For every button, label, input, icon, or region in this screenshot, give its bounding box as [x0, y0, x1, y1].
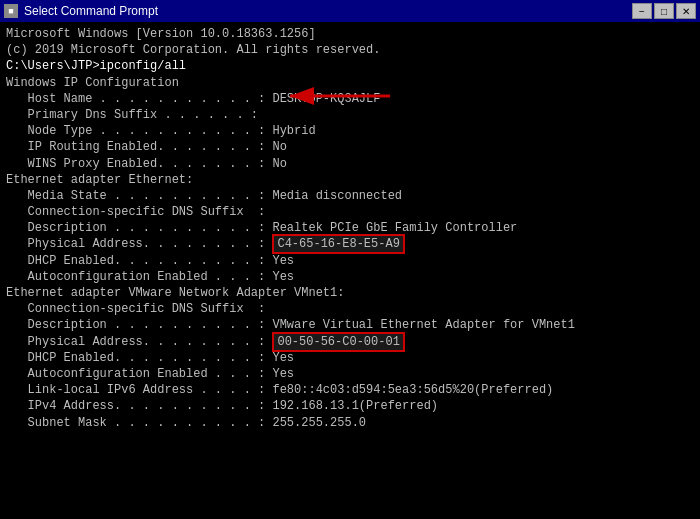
terminal-line-wins_proxy: WINS Proxy Enabled. . . . . . . : No: [6, 156, 694, 172]
terminal-line-win_version: Microsoft Windows [Version 10.0.18363.12…: [6, 26, 694, 42]
terminal-line-dhcp1: DHCP Enabled. . . . . . . . . . : Yes: [6, 253, 694, 269]
red-arrow-indicator: [280, 82, 400, 114]
terminal-line-dhcp2: DHCP Enabled. . . . . . . . . . : Yes: [6, 350, 694, 366]
terminal-line-ipv4: IPv4 Address. . . . . . . . . . : 192.16…: [6, 398, 694, 414]
titlebar-icon: ■: [4, 4, 18, 18]
terminal-line-copyright: (c) 2019 Microsoft Corporation. All righ…: [6, 42, 694, 58]
titlebar-title: Select Command Prompt: [24, 4, 158, 18]
terminal-line-ip_routing: IP Routing Enabled. . . . . . . : No: [6, 139, 694, 155]
terminal-line-node_type: Node Type . . . . . . . . . . . : Hybrid: [6, 123, 694, 139]
terminal-line-conn_dns: Connection-specific DNS Suffix :: [6, 204, 694, 220]
terminal-line-phys_addr2: Physical Address. . . . . . . . : 00-50-…: [6, 334, 694, 350]
minimize-button[interactable]: −: [632, 3, 652, 19]
close-button[interactable]: ✕: [676, 3, 696, 19]
maximize-button[interactable]: □: [654, 3, 674, 19]
terminal-line-autoconf2: Autoconfiguration Enabled . . . : Yes: [6, 366, 694, 382]
terminal-line-media_state: Media State . . . . . . . . . . : Media …: [6, 188, 694, 204]
terminal-line-conn_dns2: Connection-specific DNS Suffix :: [6, 301, 694, 317]
titlebar: ■ Select Command Prompt − □ ✕: [0, 0, 700, 22]
terminal-line-prompt: C:\Users\JTP>ipconfig/all: [6, 58, 694, 74]
terminal-line-phys_addr1: Physical Address. . . . . . . . : C4-65-…: [6, 236, 694, 252]
terminal-line-ipv6: Link-local IPv6 Address . . . . : fe80::…: [6, 382, 694, 398]
terminal-line-eth_header: Ethernet adapter Ethernet:: [6, 172, 694, 188]
terminal-line-vmnet_header: Ethernet adapter VMware Network Adapter …: [6, 285, 694, 301]
terminal: Microsoft Windows [Version 10.0.18363.12…: [0, 22, 700, 519]
terminal-line-autoconf1: Autoconfiguration Enabled . . . : Yes: [6, 269, 694, 285]
terminal-line-subnet: Subnet Mask . . . . . . . . . . : 255.25…: [6, 415, 694, 431]
